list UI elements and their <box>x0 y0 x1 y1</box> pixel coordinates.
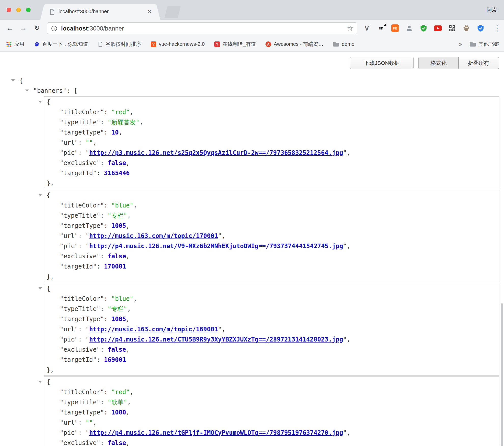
browser-profile-name[interactable]: 阿发 <box>487 6 497 13</box>
minimize-window-button[interactable] <box>16 8 21 12</box>
download-json-button[interactable]: 下载JSON数据 <box>350 57 414 69</box>
json-punc: : <box>78 139 86 146</box>
json-key: "targetType" <box>60 222 104 229</box>
json-punc: , <box>126 346 130 353</box>
blue-shield-icon[interactable] <box>477 24 485 32</box>
tab-close-icon[interactable]: ✕ <box>147 9 152 15</box>
fe-helper-icon[interactable]: FE <box>391 24 399 32</box>
json-key: "banners" <box>33 87 66 94</box>
bookmarks-overflow-icon[interactable]: » <box>459 40 462 48</box>
json-punc: " <box>86 232 89 240</box>
address-bar[interactable]: localhost:3000/banner ☆ <box>47 22 357 34</box>
bookmark-label: 在线翻译_有道 <box>222 41 256 48</box>
json-line: }, <box>44 365 499 375</box>
collapse-triangle-icon[interactable] <box>38 381 42 383</box>
translate-icon[interactable]: en <box>377 24 385 32</box>
awesomes-badge-icon: A <box>265 41 271 47</box>
youtube-icon[interactable] <box>434 24 442 32</box>
json-line: "titleColor": "blue", <box>44 200 499 211</box>
json-line: { <box>44 97 499 107</box>
collapse-triangle-icon[interactable] <box>38 194 42 196</box>
collapse-all-button[interactable]: 折叠所有 <box>459 57 499 69</box>
format-button[interactable]: 格式化 <box>418 57 459 69</box>
json-punc: : <box>104 409 111 416</box>
json-link[interactable]: http://p4.music.126.net/CTU5B9R9y3XyYBZX… <box>89 336 343 343</box>
json-punc: : <box>97 170 104 177</box>
json-punc: , <box>222 232 225 240</box>
bookmark-vue-hackernews[interactable]: V vue-hackernews-2.0 <box>151 41 205 47</box>
browser-toolbar: ← → ↻ localhost:3000/banner ☆ V en FE ⋮ <box>0 20 504 37</box>
json-link[interactable]: http://music.163.com/m/topic/169001 <box>89 326 218 333</box>
close-window-button[interactable] <box>7 8 11 12</box>
json-num: 169001 <box>104 356 126 363</box>
json-punc: : [ <box>66 87 77 94</box>
json-str: "blue" <box>111 295 133 302</box>
json-key: "typeTitle" <box>60 119 100 126</box>
json-object-block: {"titleColor": "red","typeTitle": "新碟首发"… <box>44 96 499 189</box>
json-punc: : <box>78 326 86 333</box>
json-key: "exclusive" <box>60 253 100 260</box>
bookmark-label: 百度一下，你就知道 <box>42 41 88 48</box>
other-bookmarks-folder[interactable]: 其他书签 <box>470 41 499 48</box>
json-punc: , <box>133 295 137 302</box>
bookmark-star-icon[interactable]: ☆ <box>347 24 353 33</box>
json-key: "pic" <box>60 429 78 436</box>
json-punc: , <box>126 222 130 229</box>
bookmark-apps[interactable]: 应用 <box>6 41 24 48</box>
json-link[interactable]: http://p4.music.126.net/tGPljf-IMOCyPvum… <box>89 429 343 436</box>
json-line: "targetId": 3165446 <box>44 168 499 178</box>
page-icon <box>98 41 103 47</box>
green-shield-icon[interactable] <box>419 24 428 32</box>
collapse-triangle-icon[interactable] <box>38 101 42 103</box>
json-punc: : <box>100 439 108 446</box>
maximize-window-button[interactable] <box>26 8 31 12</box>
vimium-icon[interactable]: V <box>363 24 371 32</box>
v-badge-icon: V <box>151 41 156 47</box>
json-punc: : <box>104 129 111 136</box>
back-button[interactable]: ← <box>4 20 16 37</box>
json-str: "专栏" <box>108 305 127 313</box>
folder-icon <box>470 42 476 47</box>
bookmark-baidu[interactable]: 百度一下，你就知道 <box>34 41 88 48</box>
json-key: "targetType" <box>60 409 104 416</box>
qr-code-icon[interactable] <box>448 24 456 32</box>
json-punc: " <box>343 149 347 156</box>
url-host: localhost <box>61 25 88 32</box>
json-line: }, <box>44 272 499 282</box>
forward-button[interactable]: → <box>17 20 29 37</box>
vertical-scrollbar[interactable] <box>501 303 503 446</box>
json-line: "targetType": 1005, <box>44 314 499 324</box>
tab-title: localhost:3000/banner <box>59 9 109 14</box>
collapse-triangle-icon[interactable] <box>11 79 15 82</box>
json-line: "exclusive": false, <box>44 158 499 168</box>
browser-tab[interactable]: localhost:3000/banner ✕ <box>46 4 154 20</box>
json-line: "typeTitle": "歌单", <box>44 397 499 407</box>
json-line: "pic": "http://p4.music.126.net/V9-MXz6b… <box>44 241 499 251</box>
reload-button[interactable]: ↻ <box>31 20 43 37</box>
json-link[interactable]: http://p4.music.126.net/V9-MXz6b2MNhEKju… <box>89 243 343 250</box>
json-str: "red" <box>111 109 130 116</box>
json-key: "pic" <box>60 149 78 156</box>
json-link[interactable]: http://p3.music.126.net/s25q2x5QyqsAzilC… <box>89 149 343 156</box>
json-line: "pic": "http://p4.music.126.net/tGPljf-I… <box>44 428 499 438</box>
json-punc: , <box>347 336 350 343</box>
json-line: { <box>0 76 500 86</box>
bookmark-awesomes[interactable]: A Awesomes - 前端资… <box>265 41 323 48</box>
paw-icon[interactable] <box>462 24 470 32</box>
bookmark-google-sort[interactable]: 谷歌按时间排序 <box>98 41 141 48</box>
json-line: "pic": "http://p3.music.126.net/s25q2x5Q… <box>44 148 499 158</box>
json-num: 170001 <box>104 263 126 270</box>
collapse-triangle-icon[interactable] <box>38 287 42 290</box>
json-punc: { <box>19 77 23 84</box>
bookmark-folder-demo[interactable]: demo <box>333 41 354 47</box>
browser-menu-icon[interactable]: ⋮ <box>493 24 501 33</box>
bookmark-youdao-translate[interactable]: Y 在线翻译_有道 <box>214 41 256 48</box>
json-punc: " <box>86 243 89 250</box>
collapse-triangle-icon[interactable] <box>25 90 29 92</box>
json-key: "exclusive" <box>60 439 100 446</box>
url-text: localhost:3000/banner <box>61 25 124 32</box>
page-info-icon[interactable] <box>51 26 57 31</box>
new-tab-button[interactable] <box>164 6 181 18</box>
json-link[interactable]: http://music.163.com/m/topic/170001 <box>89 232 218 240</box>
user-silhouette-icon[interactable] <box>405 24 413 32</box>
